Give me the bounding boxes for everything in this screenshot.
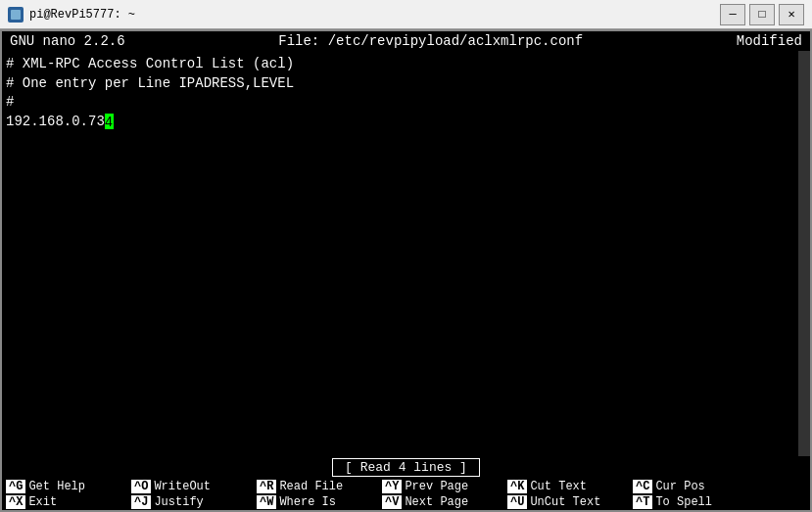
shortcut-uncut: ^U UnCut Text [507,495,625,509]
maximize-button[interactable]: □ [749,4,775,25]
shortcut-cut-text: ^K Cut Text [507,480,625,493]
shortcut-next-page: ^V Next Page [382,495,500,509]
shortcut-key-g: ^G [6,480,25,493]
shortcut-label-curpos: Cur Pos [655,480,704,493]
nano-header: GNU nano 2.2.6 File: /etc/revpipyload/ac… [2,31,810,51]
shortcut-label-justify: Justify [154,495,203,509]
editor-line: # [6,93,806,113]
window-title: pi@RevPi5777: ~ [29,8,135,22]
title-bar: pi@RevPi5777: ~ ─ □ ✕ [0,0,812,29]
cursor: 4 [105,114,114,129]
shortcut-key-y: ^Y [382,480,402,493]
shortcut-prev-page: ^Y Prev Page [382,480,500,493]
window-controls: ─ □ ✕ [720,4,804,25]
shortcut-key-t: ^T [633,495,652,509]
nano-version: GNU nano 2.2.6 [10,33,125,49]
shortcut-where-is: ^W Where Is [257,495,374,509]
shortcut-bar-row1: ^G Get Help ^O WriteOut ^R Read File ^Y … [2,479,810,494]
shortcut-key-r: ^R [257,480,276,493]
shortcut-label-read: Read File [279,480,343,493]
shortcut-key-k: ^K [507,480,527,493]
title-bar-left: pi@RevPi5777: ~ [8,7,135,23]
shortcut-cur-pos: ^C Cur Pos [633,480,750,493]
shortcut-key-c: ^C [633,480,652,493]
shortcut-label-uncut: UnCut Text [530,495,600,509]
editor-line: # XML-RPC Access Control List (acl) [6,55,806,74]
shortcut-key-w: ^W [257,495,276,509]
terminal-icon [8,7,24,23]
shortcut-label-writeout: WriteOut [154,480,211,493]
minimize-button[interactable]: ─ [720,4,745,25]
shortcut-writeout: ^O WriteOut [131,480,249,493]
shortcut-key-j: ^J [131,495,151,509]
shortcut-key-u: ^U [507,495,527,509]
shortcut-key-v: ^V [382,495,402,509]
shortcut-read-file: ^R Read File [257,480,374,493]
shortcut-label-prev: Prev Page [405,480,468,493]
shortcut-key-x: ^X [6,495,25,509]
status-bar: [ Read 4 lines ] [2,456,810,479]
shortcut-label-help: Get Help [28,480,85,493]
status-message: [ Read 4 lines ] [332,458,480,477]
terminal-window: GNU nano 2.2.6 File: /etc/revpipyload/ac… [0,29,812,512]
shortcut-justify: ^J Justify [131,495,249,509]
scrollbar[interactable] [798,51,810,456]
close-button[interactable]: ✕ [779,4,804,25]
shortcut-label-next: Next Page [405,495,468,509]
editor-line-ip: 192.168.0.734 [6,113,806,132]
nano-filename: File: /etc/revpipyload/aclxmlrpc.conf [278,33,583,49]
shortcut-exit: ^X Exit [6,495,123,509]
shortcut-label-whereis: Where Is [279,495,336,509]
nano-modified: Modified [737,33,802,49]
shortcut-label-exit: Exit [28,495,57,509]
shortcut-to-spell: ^T To Spell [633,495,750,509]
shortcut-label-cut: Cut Text [530,480,587,493]
shortcut-key-o: ^O [131,480,151,493]
shortcut-get-help: ^G Get Help [6,480,123,493]
editor-area[interactable]: # XML-RPC Access Control List (acl) # On… [2,51,810,456]
editor-line: # One entry per Line IPADRESS,LEVEL [6,74,806,94]
shortcut-bar-row2: ^X Exit ^J Justify ^W Where Is ^V Next P… [2,494,810,510]
shortcut-label-spell: To Spell [655,495,712,509]
